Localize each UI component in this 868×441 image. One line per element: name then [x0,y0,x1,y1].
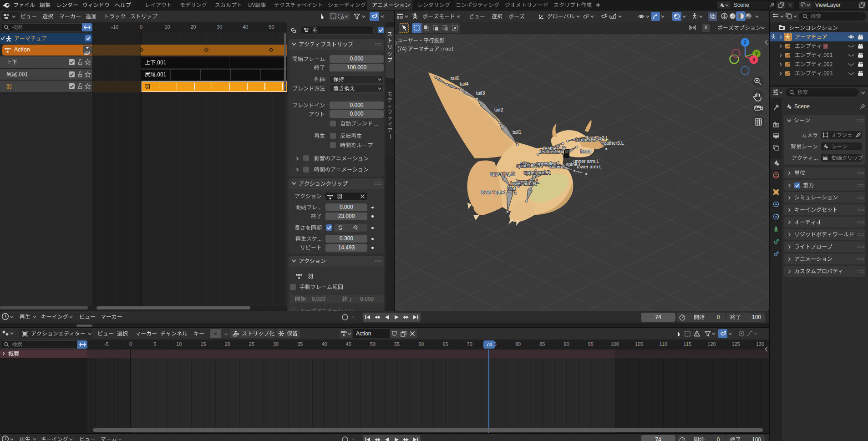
svg-text:upper arm.R: upper arm.R [524,170,551,175]
svg-text:feather2.R: feather2.R [540,149,562,154]
svg-text:tail1: tail1 [513,129,521,135]
svg-text:upper leg.R: upper leg.R [490,171,515,177]
svg-text:root: root [507,186,515,191]
svg-text:X: X [752,57,756,62]
svg-text:tail4: tail4 [460,81,468,86]
svg-text:upper leg.L: upper leg.L [537,161,561,166]
svg-text:tail2: tail2 [494,107,503,112]
svg-text:spine1: spine1 [517,163,531,168]
svg-text:lower leg.R: lower leg.R [481,189,505,195]
svg-text:spine3: spine3 [566,162,580,167]
svg-text:feather3.L: feather3.L [602,140,624,146]
svg-text:Z: Z [744,40,746,45]
svg-text:head: head [580,148,591,154]
svg-text:tail5: tail5 [451,76,459,81]
svg-text:lower arm.L: lower arm.L [577,164,602,169]
svg-text:tail3: tail3 [476,90,485,96]
